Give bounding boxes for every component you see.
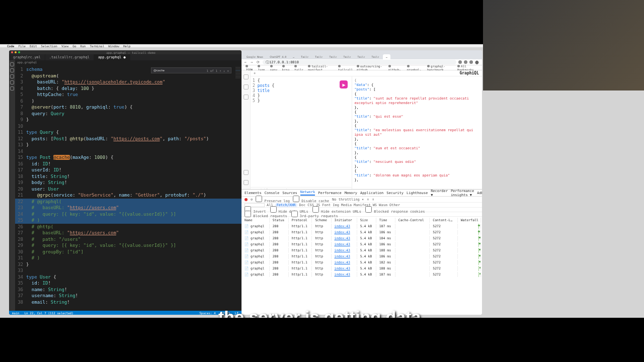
col-header[interactable]: Cache-Control: [396, 218, 430, 223]
cursor-pos[interactable]: Ln 22, Col 7 (112 selected): [24, 311, 73, 315]
search-icon[interactable]: [10, 68, 14, 72]
filter-option[interactable]: 3rd-party requests: [291, 211, 338, 218]
profile-icon[interactable]: ⬤: [475, 60, 479, 64]
col-header[interactable]: Scheme: [313, 218, 331, 223]
col-header[interactable]: Initiator: [333, 218, 357, 223]
execute-button[interactable]: ▶: [340, 80, 348, 88]
browser-tab[interactable]: Tailc: [312, 54, 326, 59]
explorer-icon[interactable]: [244, 95, 249, 100]
menu-item[interactable]: Window: [108, 44, 119, 48]
network-row[interactable]: 📄 graphql200http/1.1http index:435.4 kB1…: [243, 236, 481, 241]
query-editor[interactable]: 1 {2 posts {3 title4 }5 } ▶ Variables He…: [251, 76, 352, 195]
editor-tab[interactable]: app.graphql ●: [94, 54, 130, 60]
devtools-tab[interactable]: AdBlock: [477, 191, 482, 195]
devtools-tab[interactable]: Elements: [245, 191, 262, 195]
disable-cache[interactable]: Disable cache: [293, 196, 329, 203]
gql-tab[interactable]: +: [254, 71, 256, 75]
extension-icon[interactable]: [469, 60, 473, 64]
back-icon[interactable]: ←: [245, 60, 249, 64]
browser-tab[interactable]: Tailc: [298, 54, 311, 59]
col-header[interactable]: Size: [358, 218, 376, 223]
docs-icon[interactable]: [244, 74, 249, 79]
network-row[interactable]: 📄 graphql200http/1.1http index:435.4 kB1…: [243, 266, 481, 271]
chrome-titlebar[interactable]: [242, 50, 482, 54]
browser-tab[interactable]: Tailc: [340, 54, 354, 59]
editor[interactable]: 1schema2 @upstream(3 baseURL: "https://j…: [15, 66, 242, 311]
menu-item[interactable]: Help: [123, 44, 130, 48]
filter-option[interactable]: Blocked response cookies: [365, 206, 425, 214]
network-filter-options2: Blocked requests 3rd-party requests: [242, 212, 482, 217]
menu-item[interactable]: Selection: [41, 44, 57, 48]
menu-item[interactable]: Edit: [30, 44, 37, 48]
col-header[interactable]: Status: [271, 218, 289, 223]
menu-item[interactable]: Run: [80, 44, 86, 48]
browser-tab[interactable]: ChatGPT 4.0: [267, 54, 289, 59]
devtools-tab[interactable]: Memory: [345, 191, 357, 195]
url-text: 127.0.0.1:8010: [269, 60, 299, 64]
menu-item[interactable]: Terminal: [90, 44, 104, 48]
browser-tab[interactable]: …: [383, 54, 390, 59]
app-menu[interactable]: Code: [7, 44, 14, 48]
browser-tab[interactable]: Tailc: [355, 54, 368, 59]
record-icon[interactable]: [245, 198, 248, 201]
network-toolbar: ⊘ Preserve log Disable cache No throttli…: [242, 197, 482, 203]
col-header[interactable]: Waterfall: [459, 218, 481, 223]
forward-icon[interactable]: →: [251, 60, 255, 64]
reload-schema-icon[interactable]: [244, 170, 249, 175]
devtools-tab[interactable]: Application: [360, 191, 383, 195]
col-header[interactable]: Name: [243, 218, 270, 223]
network-row[interactable]: 📄 graphql200http/1.1http index:435.4 kB1…: [243, 254, 481, 259]
devtools-tab[interactable]: Recorder ▼: [431, 189, 448, 197]
menu-item[interactable]: File: [18, 44, 25, 48]
table-header[interactable]: NameStatusProtocolSchemeInitiatorSizeTim…: [243, 218, 481, 223]
filter-option[interactable]: Blocked requests: [245, 211, 287, 218]
network-row[interactable]: 📄 graphql200http/1.1http index:435.4 kB1…: [243, 224, 481, 229]
devtools-tab[interactable]: Security: [386, 191, 404, 195]
extensions-icon[interactable]: [10, 86, 14, 90]
network-row[interactable]: 📄 graphql200http/1.1http index:435.4 kB1…: [243, 260, 481, 265]
editor-tab[interactable]: .tailcallrc.graphql: [45, 54, 94, 60]
breadcrumb[interactable]: app.graphql: [9, 60, 242, 65]
extension-icon[interactable]: [458, 60, 462, 64]
shortcuts-icon[interactable]: [244, 180, 249, 185]
extension-icon[interactable]: [464, 60, 467, 64]
menu-item[interactable]: Go: [72, 44, 76, 48]
network-row[interactable]: 📄 graphql200http/1.1http index:435.4 kB1…: [243, 230, 481, 235]
network-row[interactable]: 📄 graphql200http/1.1http index:435.4 kB1…: [243, 272, 481, 277]
devtools-tab[interactable]: Lighthouse: [407, 191, 428, 195]
spaces[interactable]: Spaces: 4: [199, 311, 216, 315]
chrome-window: Google NewsChatGPT 4.0…TailcTailcTailcTa…: [242, 50, 482, 315]
browser-tab[interactable]: Google News: [244, 54, 266, 59]
browser-tab[interactable]: Tailc: [369, 54, 382, 59]
col-header[interactable]: Protocol: [290, 218, 312, 223]
reload-icon[interactable]: ⟳: [257, 60, 261, 64]
branch-status[interactable]: main: [12, 311, 19, 315]
devtools-tab[interactable]: Performance: [318, 191, 341, 195]
response-pane[interactable]: { "data": { "posts": [ { "title": "sunt …: [352, 76, 482, 195]
col-header[interactable]: Time: [377, 218, 395, 223]
devtools-tab[interactable]: Sources: [282, 191, 297, 195]
clear-icon[interactable]: ⊘: [251, 198, 253, 202]
history-icon[interactable]: [244, 84, 249, 89]
debug-icon[interactable]: [10, 80, 14, 84]
scm-icon[interactable]: [10, 74, 14, 78]
editor-tab[interactable]: graphqlrc.yml: [9, 54, 45, 60]
browser-tab[interactable]: …: [290, 54, 297, 59]
menu-item[interactable]: View: [61, 44, 68, 48]
download-icon[interactable]: ⬇: [367, 198, 369, 202]
vscode-title: app.graphql — tailcall-demo: [106, 51, 155, 54]
network-row[interactable]: 📄 graphql200http/1.1http index:435.4 kB1…: [243, 242, 481, 247]
col-header[interactable]: Content-L…: [431, 218, 458, 223]
devtools-tab[interactable]: Performance insights ▼: [451, 189, 474, 197]
devtools-tab[interactable]: Console: [265, 191, 280, 195]
upload-icon[interactable]: ⬆: [372, 198, 374, 202]
network-row[interactable]: 📄 graphql200http/1.1http index:435.4 kB1…: [243, 248, 481, 253]
site-info-icon[interactable]: ⓘ: [266, 60, 269, 65]
preserve-log[interactable]: Preserve log: [256, 196, 290, 203]
webcam-overlay: [483, 0, 644, 90]
vscode-titlebar[interactable]: app.graphql — tailcall-demo: [9, 50, 242, 54]
explorer-icon[interactable]: [10, 62, 14, 66]
browser-tab[interactable]: Tailc: [326, 54, 340, 59]
devtools-tab[interactable]: Network: [300, 190, 315, 196]
throttling-select[interactable]: No throttling ▾: [332, 198, 364, 202]
